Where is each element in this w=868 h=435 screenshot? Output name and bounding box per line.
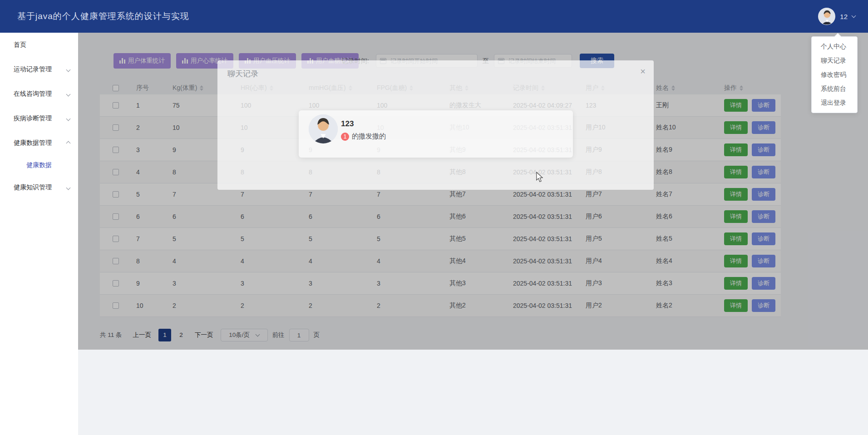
unread-count-badge: 1: [341, 133, 349, 141]
user-menu-item-个人中心[interactable]: 个人中心: [812, 40, 857, 54]
chat-list-item[interactable]: 123 1 的撒发撒的: [299, 110, 573, 158]
chevron-up-icon: [66, 141, 71, 145]
chat-avatar: [309, 114, 338, 143]
avatar-image: [819, 8, 835, 25]
app-title: 基于java的个人健康管理系统的设计与实现: [17, 10, 189, 22]
sidebar-item-label: 首页: [14, 41, 70, 49]
chat-message-line: 1 的撒发撒的: [341, 132, 386, 141]
user-menu-item-修改密码[interactable]: 修改密码: [812, 68, 857, 82]
avatar-image: [309, 114, 338, 143]
sidebar-item-label: 健康知识管理: [14, 183, 67, 192]
chat-sender-name: 123: [341, 119, 354, 129]
top-navbar: 基于java的个人健康管理系统的设计与实现 12: [0, 0, 868, 33]
sidebar-item-疾病诊断管理[interactable]: 疾病诊断管理: [0, 106, 78, 131]
sidebar-item-健康知识管理[interactable]: 健康知识管理: [0, 175, 78, 200]
sidebar-item-label: 运动记录管理: [14, 65, 67, 74]
sidebar-item-运动记录管理[interactable]: 运动记录管理: [0, 57, 78, 82]
user-menu-item-退出登录[interactable]: 退出登录: [812, 96, 857, 110]
dialog-title: 聊天记录: [227, 69, 258, 79]
chevron-down-icon: [66, 185, 71, 190]
user-dropdown-menu: 个人中心聊天记录修改密码系统前台退出登录: [811, 36, 858, 113]
main-content: 用户体重统计用户心率统计用户血压统计用户血糖统计 记录时间: 至 搜索 序号Kg…: [78, 33, 868, 350]
sidebar-menu: 首页运动记录管理在线咨询管理疾病诊断管理健康数据管理健康数据健康知识管理: [0, 33, 78, 435]
chat-message-text: 的撒发撒的: [352, 132, 386, 141]
chevron-down-icon: [852, 13, 856, 18]
sidebar-subitem-健康数据[interactable]: 健康数据: [0, 155, 78, 175]
user-menu-item-系统前台[interactable]: 系统前台: [812, 82, 857, 96]
user-menu-item-聊天记录[interactable]: 聊天记录: [812, 54, 857, 68]
close-icon[interactable]: ×: [640, 67, 646, 76]
sidebar-item-健康数据管理[interactable]: 健康数据管理: [0, 131, 78, 155]
sidebar-item-label: 在线咨询管理: [14, 90, 67, 98]
sidebar-item-label: 健康数据管理: [14, 139, 67, 147]
user-avatar[interactable]: [818, 8, 835, 25]
chevron-down-icon: [66, 116, 71, 121]
chevron-down-icon: [66, 92, 71, 96]
sidebar-item-首页[interactable]: 首页: [0, 33, 78, 57]
sidebar-item-在线咨询管理[interactable]: 在线咨询管理: [0, 82, 78, 106]
username-label: 12: [840, 13, 848, 20]
chevron-down-icon: [66, 67, 71, 72]
chat-records-dialog: 聊天记录 × 123 1 的撒发撒的: [217, 60, 654, 190]
sidebar-item-label: 疾病诊断管理: [14, 114, 67, 123]
navbar-user-area[interactable]: 12: [818, 0, 855, 33]
app-window: 基于java的个人健康管理系统的设计与实现 12 首页运动记录管理在线咨询管理疾…: [0, 0, 868, 435]
